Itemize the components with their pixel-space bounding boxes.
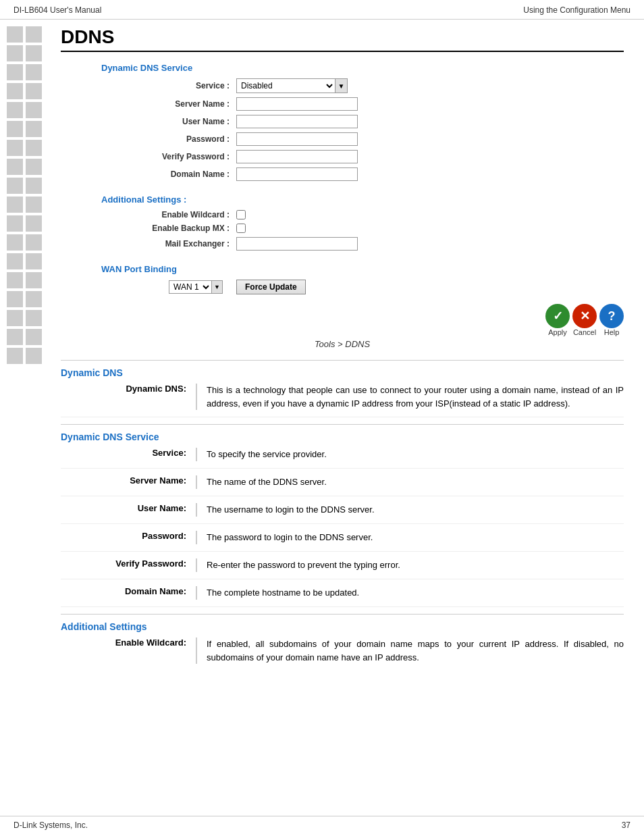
sidebar-block (26, 253, 42, 269)
sidebar-row (7, 121, 47, 137)
service-desc-row: Service: To specify the service provider… (61, 448, 624, 469)
sidebar-block (26, 215, 42, 232)
sidebar-block (26, 121, 42, 137)
domain-name-input[interactable] (236, 167, 358, 181)
sidebar-block (7, 215, 23, 232)
page-header: DI-LB604 User's Manual Using the Configu… (0, 0, 644, 20)
sidebar-row (7, 234, 47, 251)
desc-divider-5 (196, 531, 197, 544)
sidebar-block (7, 159, 23, 175)
sidebar-block (7, 102, 23, 118)
user-name-input[interactable] (236, 115, 358, 128)
service-select-wrapper[interactable]: Disabled dyndns.org TZO ▼ (236, 78, 348, 93)
desc-divider (196, 384, 197, 410)
sidebar-block (7, 121, 23, 137)
sidebar-block (26, 178, 42, 194)
sidebar-block (7, 329, 23, 345)
password-input[interactable] (236, 132, 358, 146)
sidebar-row (7, 197, 47, 213)
sidebar-block (7, 310, 23, 326)
apply-button[interactable]: ✓ (545, 304, 570, 328)
server-name-desc-label: Server Name: (61, 475, 196, 489)
sidebar (0, 26, 54, 677)
enable-wildcard-label: Enable Wildcard : (101, 210, 236, 219)
desc-divider-2 (196, 448, 197, 461)
sidebar-block (7, 45, 23, 61)
verify-password-label: Verify Password : (101, 152, 236, 161)
apply-label: Apply (548, 328, 567, 336)
sidebar-row (7, 291, 47, 307)
service-label: Service : (101, 81, 236, 90)
desc-divider-8 (196, 637, 197, 664)
enable-wildcard-desc-label: Enable Wildcard: (61, 637, 196, 664)
sidebar-block (26, 102, 42, 118)
sidebar-block (26, 26, 42, 43)
sidebar-block (26, 234, 42, 251)
sidebar-block (7, 291, 23, 307)
footer-right: 37 (622, 820, 630, 830)
sidebar-row (7, 178, 47, 194)
verify-password-desc-label: Verify Password: (61, 558, 196, 572)
password-desc-text: The password to login to the DDNS server… (207, 531, 624, 544)
wan-port-binding-title: WAN Port Binding (101, 264, 177, 274)
sidebar-block (7, 83, 23, 99)
user-name-label: User Name : (101, 117, 236, 126)
sidebar-row (7, 329, 47, 345)
sidebar-block (7, 64, 23, 80)
caption: Tools > DDNS (61, 339, 624, 349)
desc-divider-7 (196, 586, 197, 600)
desc-divider-6 (196, 558, 197, 572)
sidebar-block (7, 234, 23, 251)
content-area: DDNS Dynamic DNS Service Service : Disab… (54, 26, 644, 677)
service-select[interactable]: Disabled dyndns.org TZO (237, 79, 335, 93)
domain-name-desc-row: Domain Name: The complete hostname to be… (61, 586, 624, 607)
sidebar-row (7, 64, 47, 80)
verify-password-desc-row: Verify Password: Re-enter the password t… (61, 558, 624, 579)
service-desc-label: Service: (61, 448, 196, 461)
server-name-input[interactable] (236, 97, 358, 111)
sidebar-block (7, 178, 23, 194)
sidebar-block (26, 45, 42, 61)
sidebar-block (26, 140, 42, 156)
header-left: DI-LB604 User's Manual (14, 5, 101, 15)
page-footer: D-Link Systems, Inc. 37 (0, 816, 644, 834)
user-name-desc-text: The username to login to the DDNS server… (207, 503, 624, 517)
domain-name-desc-label: Domain Name: (61, 586, 196, 600)
cancel-button[interactable]: ✕ (572, 304, 597, 328)
dynamic-dns-section-title: Dynamic DNS (61, 367, 624, 378)
sidebar-row (7, 159, 47, 175)
dynamic-dns-desc-row: Dynamic DNS: This is a technology that p… (61, 384, 624, 417)
sidebar-row (7, 83, 47, 99)
sidebar-row (7, 253, 47, 269)
sidebar-block (26, 83, 42, 99)
sidebar-block (7, 26, 23, 43)
sidebar-row (7, 310, 47, 326)
additional-settings-section-title: Additional Settings (61, 621, 624, 632)
enable-backup-mx-checkbox[interactable] (236, 224, 246, 233)
sidebar-block (26, 310, 42, 326)
sidebar-row (7, 102, 47, 118)
server-name-desc-text: The name of the DDNS server. (207, 475, 624, 489)
password-label: Password : (101, 134, 236, 144)
help-button[interactable]: ? (599, 304, 624, 328)
sidebar-block (7, 197, 23, 213)
dynamic-dns-desc-label: Dynamic DNS: (61, 384, 196, 410)
sidebar-row (7, 45, 47, 61)
dynamic-dns-service-title: Dynamic DNS Service (101, 63, 192, 73)
sidebar-row (7, 26, 47, 43)
wan-select-wrapper[interactable]: WAN 1 WAN 2 ▼ (169, 280, 223, 294)
enable-wildcard-checkbox[interactable] (236, 210, 246, 219)
password-desc-label: Password: (61, 531, 196, 544)
force-update-button[interactable]: Force Update (236, 280, 306, 294)
desc-divider-4 (196, 503, 197, 517)
sidebar-block (26, 64, 42, 80)
wan-select[interactable]: WAN 1 WAN 2 (169, 281, 211, 293)
dynamic-dns-desc-text: This is a technology that people can use… (207, 384, 624, 410)
sidebar-row (7, 215, 47, 232)
wan-select-arrow-icon: ▼ (211, 281, 222, 293)
sidebar-block (26, 159, 42, 175)
sidebar-block (26, 329, 42, 345)
password-desc-row: Password: The password to login to the D… (61, 531, 624, 552)
verify-password-input[interactable] (236, 150, 358, 163)
mail-exchanger-input[interactable] (236, 237, 358, 251)
